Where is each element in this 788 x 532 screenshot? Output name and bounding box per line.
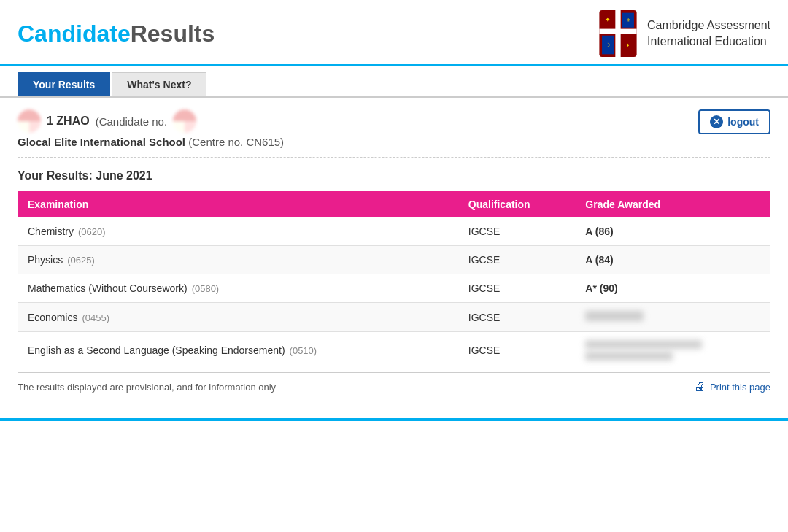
exam-code: (0455) <box>82 312 109 323</box>
page-footer: The results displayed are provisional, a… <box>18 372 770 401</box>
svg-text:☽: ☽ <box>606 42 610 48</box>
print-label: Print this page <box>710 382 770 393</box>
col-qualification: Qualification <box>458 191 576 217</box>
tab-whats-next[interactable]: What's Next? <box>112 72 206 96</box>
exam-code: (0625) <box>67 255 95 266</box>
main-content: 1 ZHAO (Candidate no. Glocal Elite Inter… <box>0 98 788 412</box>
table-row: English as a Second Language (Speaking E… <box>18 332 770 369</box>
disclaimer-text: The results displayed are provisional, a… <box>18 382 276 393</box>
exam-cell: Mathematics (Without Coursework)(0580) <box>18 274 458 303</box>
grade-value: A* (90) <box>585 282 617 294</box>
exam-name: Mathematics (Without Coursework) <box>28 282 188 294</box>
grade-cell: A (84) <box>575 246 770 274</box>
exam-code: (0510) <box>290 345 317 356</box>
grade-cell <box>575 303 770 332</box>
exam-name: Chemistry <box>28 225 74 237</box>
col-examination: Examination <box>18 191 458 217</box>
grade-cell: A* (90) <box>575 274 770 303</box>
qualification-cell: IGCSE <box>458 332 576 369</box>
table-row: Chemistry(0620)IGCSEA (86) <box>18 217 770 246</box>
exam-name: Physics <box>28 254 63 266</box>
candidate-number-label: (Candidate no. <box>96 115 167 128</box>
svg-text:♦: ♦ <box>627 42 630 48</box>
grade-value: A (84) <box>585 254 613 266</box>
exam-cell: Economics(0455) <box>18 303 458 332</box>
exam-cell: Chemistry(0620) <box>18 217 458 246</box>
results-title: Your Results: June 2021 <box>18 169 770 182</box>
grade-cell: A (86) <box>575 217 770 246</box>
site-logo: CandidateResults <box>18 20 215 47</box>
tab-bar: Your Results What's Next? <box>0 72 788 98</box>
bottom-border <box>0 418 788 421</box>
exam-name: English as a Second Language (Speaking E… <box>28 344 285 356</box>
svg-text:⚜: ⚜ <box>626 17 630 23</box>
candidate-name: 1 ZHAO <box>47 115 90 128</box>
print-link[interactable]: 🖨 Print this page <box>694 380 770 393</box>
logo-candidate-text: Candidate <box>18 20 131 47</box>
candidate-section: 1 ZHAO (Candidate no. Glocal Elite Inter… <box>18 109 770 158</box>
tab-your-results[interactable]: Your Results <box>18 72 110 96</box>
grade-blurred <box>585 311 644 321</box>
cambridge-branding: ✦ ⚜ ☽ ♦ Cambridge Assessment Internation… <box>598 10 770 57</box>
school-row: Glocal Elite International School (Centr… <box>18 136 284 148</box>
candidate-name-row: 1 ZHAO (Candidate no. <box>18 109 284 133</box>
candidate-number-blurred <box>173 109 196 133</box>
exam-cell: English as a Second Language (Speaking E… <box>18 332 458 369</box>
qualification-cell: IGCSE <box>458 246 576 274</box>
candidate-photo-blurred <box>18 109 41 133</box>
exam-code: (0620) <box>78 226 106 237</box>
table-row: Mathematics (Without Coursework)(0580)IG… <box>18 274 770 303</box>
cambridge-name: Cambridge Assessment International Educa… <box>647 18 770 50</box>
cambridge-shield-icon: ✦ ⚜ ☽ ♦ <box>598 10 638 57</box>
col-grade: Grade Awarded <box>575 191 770 217</box>
table-row: Economics(0455)IGCSE <box>18 303 770 332</box>
qualification-cell: IGCSE <box>458 303 576 332</box>
qualification-cell: IGCSE <box>458 274 576 303</box>
exam-name: Economics <box>28 312 77 323</box>
candidate-info: 1 ZHAO (Candidate no. Glocal Elite Inter… <box>18 109 284 148</box>
print-icon: 🖨 <box>694 380 706 393</box>
page-header: CandidateResults ✦ ⚜ ☽ ♦ Cambridge Asses… <box>0 0 788 66</box>
exam-code: (0580) <box>192 283 220 294</box>
grade-blurred-line1 <box>585 340 702 349</box>
grade-value: A (86) <box>585 225 613 237</box>
school-centre: (Centre no. CN615) <box>188 136 284 148</box>
table-header-row: Examination Qualification Grade Awarded <box>18 191 770 217</box>
school-name: Glocal Elite International School <box>18 136 185 148</box>
grade-blurred-line2 <box>585 352 673 361</box>
results-table: Examination Qualification Grade Awarded … <box>18 191 770 369</box>
svg-text:✦: ✦ <box>605 16 611 23</box>
svg-rect-2 <box>599 29 636 34</box>
table-row: Physics(0625)IGCSEA (84) <box>18 246 770 274</box>
exam-cell: Physics(0625) <box>18 246 458 274</box>
qualification-cell: IGCSE <box>458 217 576 246</box>
logo-results-text: Results <box>131 20 215 47</box>
logout-icon: ✕ <box>710 115 723 128</box>
grade-cell <box>575 332 770 369</box>
grade-blurred-multi <box>585 340 760 361</box>
logout-label: logout <box>727 116 759 128</box>
logout-button[interactable]: ✕ logout <box>698 109 770 134</box>
